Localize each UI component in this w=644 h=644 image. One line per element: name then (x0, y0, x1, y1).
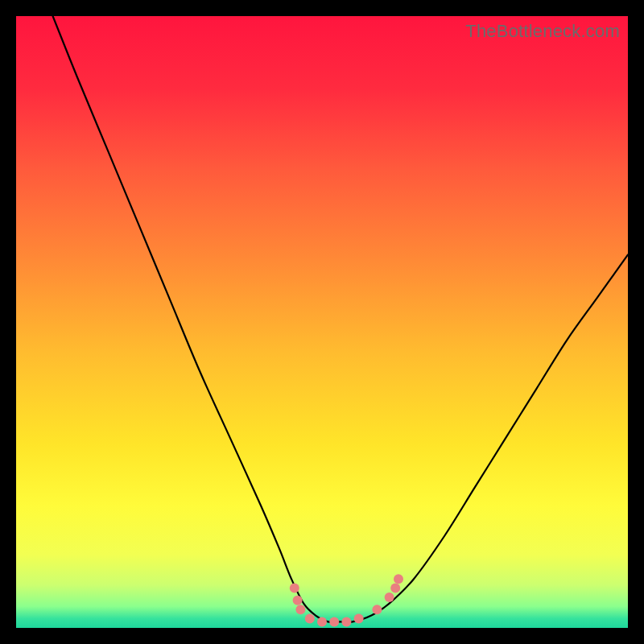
curve-point-marker (317, 617, 327, 626)
curve-point-marker (341, 617, 351, 626)
attribution-text: TheBottleneck.com (465, 21, 620, 42)
curve-point-marker (372, 605, 382, 614)
curve-point-marker (295, 605, 305, 614)
curve-point-marker (394, 574, 403, 584)
curve-point-marker (305, 614, 315, 624)
curve-point-marker (390, 584, 400, 593)
curve-point-marker (385, 592, 394, 602)
curve-markers (290, 574, 403, 626)
curve-point-marker (293, 596, 303, 605)
curve-point-marker (329, 617, 339, 626)
plot-area: TheBottleneck.com (16, 16, 628, 628)
curve-point-marker (290, 584, 299, 593)
bottleneck-curve-svg (16, 16, 628, 628)
curve-point-marker (354, 614, 364, 624)
chart-frame: TheBottleneck.com (16, 16, 628, 628)
bottleneck-curve (53, 16, 628, 622)
